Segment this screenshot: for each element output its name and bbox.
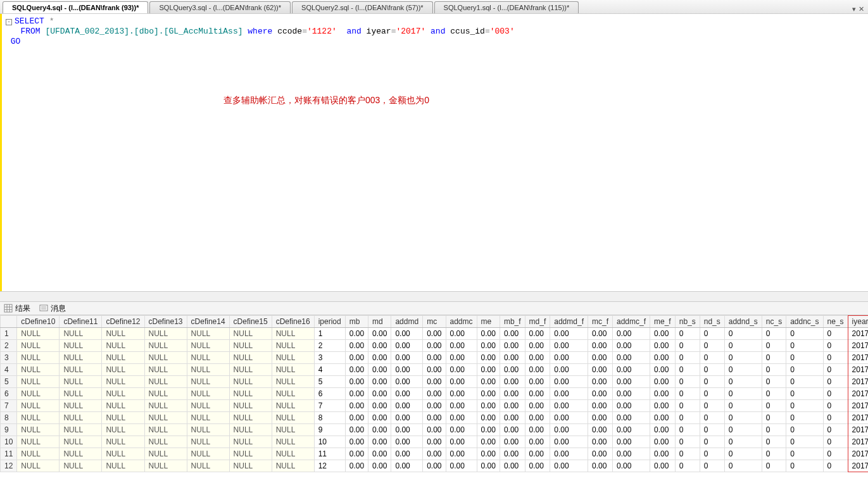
cell[interactable]: 0.00 [423, 424, 446, 436]
cell[interactable]: NULL [229, 400, 272, 412]
cell[interactable]: 0 [823, 460, 848, 472]
cell[interactable]: 0.00 [345, 352, 368, 364]
column-header[interactable]: md_f [525, 316, 550, 328]
cell[interactable]: 0 [724, 412, 762, 424]
cell[interactable]: 0.00 [588, 460, 612, 472]
cell[interactable]: NULL [60, 412, 102, 424]
table-row[interactable]: 10NULLNULLNULLNULLNULLNULLNULL100.000.00… [1, 436, 869, 448]
cell[interactable]: 0.00 [588, 424, 612, 436]
row-number[interactable]: 6 [1, 388, 17, 400]
column-header[interactable]: me [477, 316, 500, 328]
cell[interactable]: 0 [675, 412, 700, 424]
cell[interactable]: NULL [60, 436, 102, 448]
cell[interactable]: 0.00 [650, 436, 676, 448]
cell[interactable]: NULL [60, 388, 102, 400]
cell[interactable]: 0.00 [550, 340, 588, 352]
column-header[interactable]: addmd [391, 316, 423, 328]
cell[interactable]: 0 [724, 424, 762, 436]
cell[interactable]: 0 [823, 340, 848, 352]
results-tab-messages[interactable]: 消息 [39, 303, 66, 314]
rownum-header[interactable] [1, 316, 17, 328]
cell[interactable]: 0 [823, 412, 848, 424]
file-tab[interactable]: SQLQuery4.sql - (l...(DEAN\frank (93))* [3, 1, 148, 13]
cell[interactable]: NULL [17, 328, 60, 340]
cell[interactable]: 0.00 [650, 400, 676, 412]
cell[interactable]: 0.00 [612, 460, 650, 472]
cell[interactable]: 3 [314, 352, 345, 364]
cell[interactable]: NULL [144, 412, 187, 424]
cell[interactable]: 2017 [848, 460, 868, 472]
cell[interactable]: 0 [675, 340, 700, 352]
cell[interactable]: 0 [823, 436, 848, 448]
row-number[interactable]: 11 [1, 448, 17, 460]
cell[interactable]: 0.00 [368, 436, 391, 448]
cell[interactable]: NULL [187, 448, 229, 460]
row-number[interactable]: 10 [1, 436, 17, 448]
cell[interactable]: NULL [17, 364, 60, 376]
cell[interactable]: 0.00 [525, 364, 550, 376]
cell[interactable]: 0 [724, 460, 762, 472]
cell[interactable]: 0.00 [423, 436, 446, 448]
cell[interactable]: NULL [144, 376, 187, 388]
cell[interactable]: NULL [144, 400, 187, 412]
cell[interactable]: 0.00 [446, 436, 477, 448]
cell[interactable]: 0.00 [650, 412, 676, 424]
column-header[interactable]: cDefine12 [102, 316, 144, 328]
cell[interactable]: 0.00 [391, 460, 423, 472]
column-header[interactable]: nb_s [675, 316, 700, 328]
cell[interactable]: NULL [144, 388, 187, 400]
cell[interactable]: 12 [314, 460, 345, 472]
row-number[interactable]: 3 [1, 352, 17, 364]
cell[interactable]: 0 [724, 400, 762, 412]
cell[interactable]: 0.00 [650, 352, 676, 364]
cell[interactable]: 0.00 [368, 376, 391, 388]
cell[interactable]: NULL [102, 460, 144, 472]
table-row[interactable]: 3NULLNULLNULLNULLNULLNULLNULL30.000.000.… [1, 352, 869, 364]
cell[interactable]: 2017 [848, 436, 868, 448]
cell[interactable]: NULL [272, 460, 314, 472]
cell[interactable]: 0 [786, 376, 823, 388]
cell[interactable]: NULL [144, 424, 187, 436]
cell[interactable]: 0.00 [500, 448, 525, 460]
cell[interactable]: 0.00 [500, 376, 525, 388]
cell[interactable]: 0.00 [446, 388, 477, 400]
cell[interactable]: NULL [144, 460, 187, 472]
cell[interactable]: 0.00 [423, 460, 446, 472]
cell[interactable]: NULL [102, 388, 144, 400]
cell[interactable]: 0.00 [345, 328, 368, 340]
cell[interactable]: 0 [700, 364, 724, 376]
cell[interactable]: 0.00 [368, 328, 391, 340]
cell[interactable]: 0 [700, 448, 724, 460]
cell[interactable]: 0.00 [550, 436, 588, 448]
cell[interactable]: 0 [786, 388, 823, 400]
cell[interactable]: 5 [314, 376, 345, 388]
cell[interactable]: 0.00 [650, 364, 676, 376]
cell[interactable]: 0.00 [500, 412, 525, 424]
cell[interactable]: 0 [786, 340, 823, 352]
cell[interactable]: 0 [762, 328, 786, 340]
cell[interactable]: 0.00 [477, 412, 500, 424]
tab-dropdown-icon[interactable]: ▾ [852, 5, 856, 13]
table-row[interactable]: 6NULLNULLNULLNULLNULLNULLNULL60.000.000.… [1, 388, 869, 400]
cell[interactable]: 0.00 [368, 412, 391, 424]
cell[interactable]: 0.00 [500, 436, 525, 448]
cell[interactable]: 0.00 [525, 412, 550, 424]
cell[interactable]: 10 [314, 436, 345, 448]
cell[interactable]: 0.00 [345, 424, 368, 436]
table-row[interactable]: 8NULLNULLNULLNULLNULLNULLNULL80.000.000.… [1, 412, 869, 424]
table-row[interactable]: 2NULLNULLNULLNULLNULLNULLNULL20.000.000.… [1, 340, 869, 352]
cell[interactable]: 0.00 [368, 340, 391, 352]
cell[interactable]: NULL [102, 352, 144, 364]
cell[interactable]: NULL [60, 328, 102, 340]
cell[interactable]: 0 [724, 328, 762, 340]
row-number[interactable]: 12 [1, 460, 17, 472]
cell[interactable]: NULL [272, 352, 314, 364]
cell[interactable]: 0.00 [588, 436, 612, 448]
cell[interactable]: NULL [17, 424, 60, 436]
table-row[interactable]: 7NULLNULLNULLNULLNULLNULLNULL70.000.000.… [1, 400, 869, 412]
cell[interactable]: NULL [60, 448, 102, 460]
column-header[interactable]: cDefine10 [17, 316, 60, 328]
row-number[interactable]: 7 [1, 400, 17, 412]
cell[interactable]: 0.00 [525, 448, 550, 460]
cell[interactable]: NULL [60, 352, 102, 364]
